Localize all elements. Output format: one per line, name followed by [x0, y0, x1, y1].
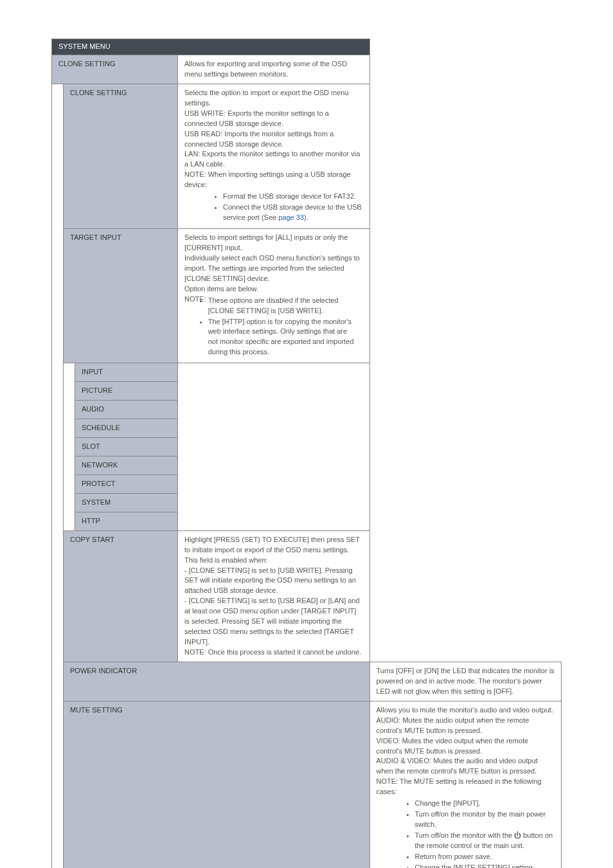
text-line: AUDIO & VIDEO: Mutes the audio and video… [377, 756, 555, 777]
target-input-desc: Selects to import settings for [ALL] inp… [178, 229, 370, 363]
text-line: Option items are below. [184, 284, 363, 294]
text-line: - [CLONE SETTING] is set to [USB WRITE].… [184, 566, 363, 597]
clone-setting-sub-desc: Selects the option to import or export t… [178, 84, 370, 228]
text-line: VIDEO: Mutes the video output when the r… [377, 736, 555, 757]
power-indicator-desc: Turns [OFF] or [ON] the LED that indicat… [369, 662, 562, 701]
option-network-label: NETWORK [75, 456, 178, 475]
note-prefix: NOTE: [184, 295, 208, 303]
option-schedule-label: SCHEDULE [75, 419, 178, 438]
text-line: Highlight [PRESS (SET) TO EXECUTE] then … [184, 535, 363, 556]
clone-setting-label: CLONE SETTING [52, 55, 178, 84]
list-item: The [HTTP] option is for copying the mon… [208, 317, 355, 358]
list-item: Change the [INPUT]. [415, 799, 555, 809]
power-indicator-label: POWER INDICATOR [64, 662, 370, 701]
text-line: NOTE: When importing settings using a US… [184, 170, 363, 190]
text-line: AUDIO: Mutes the audio output when the r… [377, 716, 555, 736]
copy-start-row: COPY START Highlight [PRESS (SET) TO EXE… [52, 530, 562, 662]
copy-start-label: COPY START [64, 530, 178, 662]
target-input-row: TARGET INPUT Selects to import settings … [52, 229, 562, 363]
list-item: Change the [MUTE SETTING] setting. [415, 863, 555, 868]
indent-level-2 [64, 363, 75, 530]
option-input-label: INPUT [75, 363, 178, 382]
text-line: LAN: Exports the monitor settings to ano… [184, 149, 363, 170]
text-line: Allows you to mute the monitor's audio a… [377, 705, 555, 716]
list-item: Connect the USB storage device to the US… [223, 203, 363, 223]
text-line: USB READ: Imports the monitor settings f… [184, 129, 363, 150]
text-line: Selects the option to import or export t… [184, 88, 363, 109]
page-link[interactable]: page 33 [278, 213, 304, 221]
list-item: Turn off/on the monitor by the main powe… [415, 809, 555, 830]
text-line: Individually select each OSD menu functi… [184, 253, 363, 284]
option-input-row: INPUT [52, 363, 562, 382]
option-slot-label: SLOT [75, 438, 178, 457]
copy-start-desc: Highlight [PRESS (SET) TO EXECUTE] then … [178, 530, 370, 662]
option-audio-label: AUDIO [75, 401, 178, 419]
option-picture-label: PICTURE [75, 382, 178, 401]
option-http-label: HTTP [75, 512, 178, 530]
mute-setting-label: MUTE SETTING [64, 701, 370, 868]
clone-setting-sub-label: CLONE SETTING [64, 84, 178, 228]
text-line: - [CLONE SETTING] is set to [USB READ] o… [184, 596, 363, 647]
list-item: Format the USB storage device for FAT32. [223, 192, 363, 202]
system-menu-header: SYSTEM MENU [52, 39, 562, 55]
list-item: Return from power save. [415, 852, 555, 862]
text-line: This field is enabled when: [184, 556, 363, 566]
clone-setting-desc: Allows for exporting and importing some … [178, 55, 370, 84]
indent-level-1 [52, 84, 64, 868]
osd-menu-table: SYSTEM MENU CLONE SETTING Allows for exp… [51, 39, 562, 868]
text-line: NOTE: The MUTE setting is released in th… [377, 777, 555, 797]
options-desc-empty [178, 363, 370, 530]
list-item: Turn off/on the monitor with the ⏻ butto… [415, 831, 555, 851]
mute-setting-desc: Allows you to mute the monitor's audio a… [369, 701, 562, 868]
text-line: USB WRITE: Exports the monitor settings … [184, 109, 363, 129]
clone-setting-row: CLONE SETTING Allows for exporting and i… [52, 55, 562, 84]
text-line: Selects to import settings for [ALL] inp… [184, 233, 363, 253]
option-protect-label: PROTECT [75, 475, 178, 493]
note-line: NOTE: These options are disabled if the … [184, 294, 363, 359]
mute-setting-row: MUTE SETTING Allows you to mute the moni… [52, 701, 562, 868]
text: ). [304, 213, 308, 221]
option-system-label: SYSTEM [75, 493, 178, 512]
system-menu-label: SYSTEM MENU [52, 39, 370, 55]
list-item: These options are disabled if the select… [208, 296, 355, 316]
power-indicator-row: POWER INDICATOR Turns [OFF] or [ON] the … [52, 662, 562, 701]
text-line: NOTE: Once this process is started it ca… [184, 647, 363, 658]
clone-setting-sub-row: CLONE SETTING Selects the option to impo… [52, 84, 562, 228]
target-input-label: TARGET INPUT [64, 229, 178, 363]
